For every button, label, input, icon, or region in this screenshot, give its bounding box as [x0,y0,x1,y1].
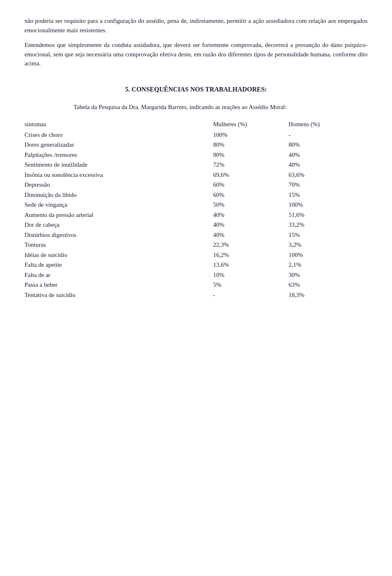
cell-mulheres: 60% [213,190,289,200]
cell-homens: - [289,130,368,140]
cell-mulheres: 80% [213,150,289,160]
cell-mulheres: 100% [213,130,289,140]
cell-homens: 15% [289,230,368,240]
table-row: Crises de choro100%- [24,130,368,140]
table-row: Diminuição da libido60%15% [24,190,368,200]
symptoms-table: sintomas Mulheres (%) Homens (%) Crises … [24,119,368,300]
cell-homens: 15% [289,190,368,200]
table-row: Dor de cabeça40%33,2% [24,220,368,230]
table-row: Distúrbios digestivos40%15% [24,230,368,240]
cell-homens: 80% [289,140,368,150]
table-row: Falta de apetite13,6%2,1% [24,260,368,270]
cell-homens: 2,1% [289,260,368,270]
cell-mulheres: 5% [213,280,289,290]
cell-sintoma: Distúrbios digestivos [24,230,213,240]
cell-mulheres: 22,3% [213,240,289,250]
cell-homens: 63% [289,280,368,290]
cell-homens: 70% [289,180,368,190]
section-title: CONSEQUÊNCIAS NOS TRABALHADORES: [131,86,267,93]
cell-homens: 51,6% [289,210,368,220]
cell-sintoma: Idéias de suicídio [24,250,213,260]
cell-homens: 63,6% [289,170,368,180]
table-row: Palpitações /tremores80%40% [24,150,368,160]
cell-sintoma: Sede de vingança [24,200,213,210]
cell-sintoma: Sentimento de inutilidade [24,160,213,170]
cell-mulheres: 80% [213,140,289,150]
cell-mulheres: 40% [213,220,289,230]
table-row: Insônia ou sonolência excessiva69,6%63,6… [24,170,368,180]
cell-sintoma: Insônia ou sonolência excessiva [24,170,213,180]
cell-sintoma: Dores generalizadas [24,140,213,150]
cell-sintoma: Falta de ar [24,270,213,280]
cell-mulheres: 50% [213,200,289,210]
cell-sintoma: Depressão [24,180,213,190]
section-heading: 5. CONSEQUÊNCIAS NOS TRABALHADORES: [24,85,368,94]
cell-sintoma: Tentativa de suicídio [24,290,213,300]
cell-homens: 3,2% [289,240,368,250]
cell-sintoma: Passa a beber [24,280,213,290]
section-number: 5. [125,86,130,93]
intro-paragraph-2: Entendemos que simplesmente da conduta a… [24,40,368,68]
table-row: Tonturas22,3%3,2% [24,240,368,250]
table-row: Falta de ar10%30% [24,270,368,280]
table-row: Depressão60%70% [24,180,368,190]
col-header-homens: Homens (%) [289,119,368,130]
table-row: Dores generalizadas80%80% [24,140,368,150]
table-row: Passa a beber5%63% [24,280,368,290]
table-row: Idéias de suicídio16,2%100% [24,250,368,260]
table-caption-block: Tabela da Pesquisa da Dra. Margarida Bar… [24,103,368,112]
cell-homens: 40% [289,150,368,160]
table-row: Aumento da pressão arterial40%51,6% [24,210,368,220]
col-header-mulheres: Mulheres (%) [213,119,289,130]
col-header-sintomas: sintomas [24,119,213,130]
cell-sintoma: Crises de choro [24,130,213,140]
cell-mulheres: 72% [213,160,289,170]
cell-homens: 100% [289,200,368,210]
cell-mulheres: 10% [213,270,289,280]
table-row: Tentativa de suicídio-18,3% [24,290,368,300]
cell-sintoma: Palpitações /tremores [24,150,213,160]
cell-homens: 30% [289,270,368,280]
cell-homens: 18,3% [289,290,368,300]
table-header-row: sintomas Mulheres (%) Homens (%) [24,119,368,130]
intro-paragraph-1: não poderia ser requisito para a configu… [24,16,368,35]
cell-sintoma: Tonturas [24,240,213,250]
cell-sintoma: Diminuição da libido [24,190,213,200]
table-caption: Tabela da Pesquisa da Dra. Margarida Bar… [74,103,368,112]
cell-mulheres: 40% [213,210,289,220]
table-row: Sentimento de inutilidade72%40% [24,160,368,170]
cell-mulheres: 16,2% [213,250,289,260]
cell-homens: 40% [289,160,368,170]
cell-mulheres: - [213,290,289,300]
cell-sintoma: Dor de cabeça [24,220,213,230]
cell-sintoma: Aumento da pressão arterial [24,210,213,220]
cell-homens: 33,2% [289,220,368,230]
cell-mulheres: 69,6% [213,170,289,180]
cell-mulheres: 13,6% [213,260,289,270]
table-row: Sede de vingança50%100% [24,200,368,210]
cell-homens: 100% [289,250,368,260]
cell-mulheres: 60% [213,180,289,190]
cell-mulheres: 40% [213,230,289,240]
cell-sintoma: Falta de apetite [24,260,213,270]
